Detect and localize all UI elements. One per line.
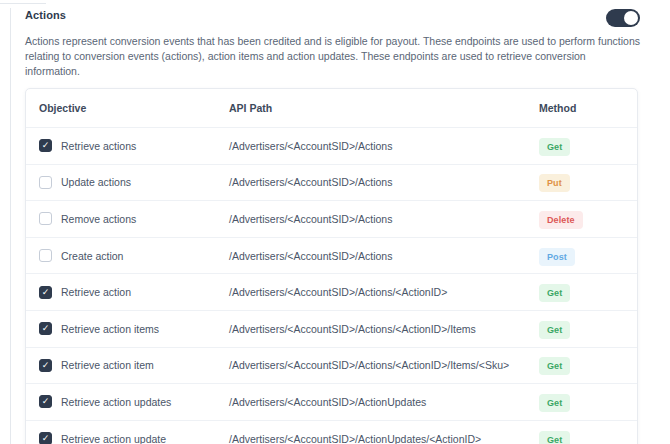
method-badge: Put	[539, 174, 570, 192]
objective-label: Retrieve action update	[61, 433, 166, 444]
container-edge-left	[10, 8, 11, 444]
method-badge: Post	[539, 248, 575, 266]
actions-toggle[interactable]	[606, 9, 640, 27]
api-path-value: /Advertisers/<AccountSID>/Actions/<Actio…	[229, 359, 539, 371]
row-checkbox[interactable]	[39, 322, 52, 335]
method-badge: Get	[539, 321, 570, 339]
api-path-value: /Advertisers/<AccountSID>/ActionUpdates/…	[229, 433, 539, 444]
objective-label: Remove actions	[61, 213, 136, 225]
objective-label: Retrieve action item	[61, 359, 154, 371]
table-body: Retrieve actions /Advertisers/<AccountSI…	[26, 127, 637, 444]
row-checkbox[interactable]	[39, 212, 52, 225]
table-row: Retrieve action item /Advertisers/<Accou…	[26, 347, 637, 384]
api-path-value: /Advertisers/<AccountSID>/Actions/<Actio…	[229, 323, 539, 335]
column-header-objective: Objective	[39, 102, 229, 114]
method-badge: Get	[539, 138, 570, 156]
table-row: Retrieve action updates /Advertisers/<Ac…	[26, 383, 637, 420]
objective-label: Update actions	[61, 176, 131, 188]
api-path-value: /Advertisers/<AccountSID>/Actions	[229, 250, 539, 262]
panel-description: Actions represent conversion events that…	[25, 34, 640, 79]
api-path-value: /Advertisers/<AccountSID>/Actions	[229, 140, 539, 152]
table-row: Retrieve actions /Advertisers/<AccountSI…	[26, 127, 637, 164]
table-row: Retrieve action update /Advertisers/<Acc…	[26, 420, 637, 444]
toggle-knob-icon	[624, 11, 638, 25]
table-row: Update actions /Advertisers/<AccountSID>…	[26, 164, 637, 201]
row-checkbox[interactable]	[39, 359, 52, 372]
table-header-row: Objective API Path Method	[26, 89, 637, 127]
row-checkbox[interactable]	[39, 432, 52, 444]
table-row: Retrieve action items /Advertisers/<Acco…	[26, 310, 637, 347]
column-header-api-path: API Path	[229, 102, 539, 114]
table-row: Remove actions /Advertisers/<AccountSID>…	[26, 200, 637, 237]
row-checkbox[interactable]	[39, 139, 52, 152]
panel-header: Actions	[25, 5, 640, 27]
page-title: Actions	[25, 5, 66, 21]
objective-label: Create action	[61, 250, 123, 262]
objective-label: Retrieve action updates	[61, 396, 171, 408]
api-path-value: /Advertisers/<AccountSID>/ActionUpdates	[229, 396, 539, 408]
method-badge: Delete	[539, 211, 583, 229]
endpoints-table: Objective API Path Method Retrieve actio…	[25, 88, 638, 444]
column-header-method: Method	[539, 102, 637, 114]
objective-label: Retrieve action	[61, 286, 131, 298]
api-path-value: /Advertisers/<AccountSID>/Actions	[229, 213, 539, 225]
table-row: Retrieve action /Advertisers/<AccountSID…	[26, 273, 637, 310]
table-row: Create action /Advertisers/<AccountSID>/…	[26, 237, 637, 274]
row-checkbox[interactable]	[39, 176, 52, 189]
method-badge: Get	[539, 394, 570, 412]
objective-label: Retrieve action items	[61, 323, 159, 335]
container-edge-top	[0, 3, 46, 4]
api-path-value: /Advertisers/<AccountSID>/Actions/<Actio…	[229, 286, 539, 298]
actions-panel: Actions Actions represent conversion eve…	[25, 5, 640, 444]
objective-label: Retrieve actions	[61, 140, 136, 152]
method-badge: Get	[539, 357, 570, 375]
method-badge: Get	[539, 284, 570, 302]
method-badge: Get	[539, 431, 570, 444]
api-path-value: /Advertisers/<AccountSID>/Actions	[229, 176, 539, 188]
row-checkbox[interactable]	[39, 395, 52, 408]
row-checkbox[interactable]	[39, 286, 52, 299]
row-checkbox[interactable]	[39, 249, 52, 262]
